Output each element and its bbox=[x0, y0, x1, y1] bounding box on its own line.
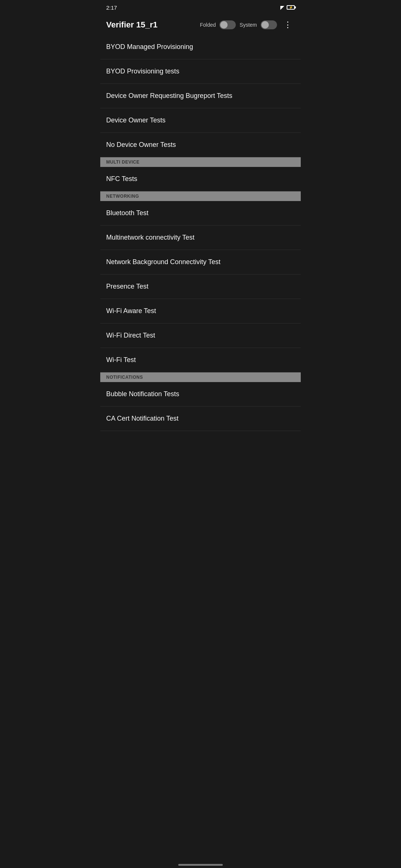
status-time: 2:17 bbox=[106, 4, 117, 11]
battery-icon bbox=[287, 5, 295, 10]
status-icons: ◤ bbox=[280, 4, 295, 10]
header-controls: Folded System ⋮ bbox=[200, 19, 295, 31]
list-item-presence-test[interactable]: Presence Test bbox=[100, 274, 301, 299]
list-item-wifi-direct-test[interactable]: Wi-Fi Direct Test bbox=[100, 323, 301, 348]
section-header-notifications: NOTIFICATIONS bbox=[100, 372, 301, 382]
list-item-device-owner[interactable]: Device Owner Tests bbox=[100, 108, 301, 133]
list-item-device-owner-bugreport[interactable]: Device Owner Requesting Bugreport Tests bbox=[100, 84, 301, 108]
list-item-no-device-owner[interactable]: No Device Owner Tests bbox=[100, 133, 301, 157]
more-menu-button[interactable]: ⋮ bbox=[281, 19, 295, 31]
section-header-multi-device: MULTI DEVICE bbox=[100, 157, 301, 167]
list-item-bluetooth-test[interactable]: Bluetooth Test bbox=[100, 201, 301, 226]
list-item-bubble-notification[interactable]: Bubble Notification Tests bbox=[100, 382, 301, 407]
list-item-wifi-aware-test[interactable]: Wi-Fi Aware Test bbox=[100, 299, 301, 323]
list-item-wifi-test[interactable]: Wi-Fi Test bbox=[100, 348, 301, 372]
status-bar: 2:17 ◤ bbox=[100, 0, 301, 15]
list-item-byod-provisioning[interactable]: BYOD Provisioning tests bbox=[100, 59, 301, 84]
wifi-icon: ◤ bbox=[280, 4, 284, 10]
list-item-multinetwork-test[interactable]: Multinetwork connectivity Test bbox=[100, 226, 301, 250]
content-list: BYOD Managed ProvisioningBYOD Provisioni… bbox=[100, 35, 301, 431]
system-label: System bbox=[239, 22, 257, 28]
list-item-byod-managed[interactable]: BYOD Managed Provisioning bbox=[100, 35, 301, 59]
app-title: Verifier 15_r1 bbox=[106, 20, 196, 30]
list-item-network-bg-test[interactable]: Network Background Connectivity Test bbox=[100, 250, 301, 274]
nav-pill bbox=[178, 864, 223, 866]
list-item-nfc-tests[interactable]: NFC Tests bbox=[100, 167, 301, 191]
nav-bar bbox=[100, 859, 301, 868]
folded-toggle[interactable] bbox=[219, 20, 236, 29]
app-header: Verifier 15_r1 Folded System ⋮ bbox=[100, 15, 301, 35]
list-item-ca-cert-notification[interactable]: CA Cert Notification Test bbox=[100, 407, 301, 431]
section-header-networking: NETWORKING bbox=[100, 191, 301, 201]
folded-label: Folded bbox=[200, 22, 216, 28]
system-toggle[interactable] bbox=[261, 20, 277, 29]
